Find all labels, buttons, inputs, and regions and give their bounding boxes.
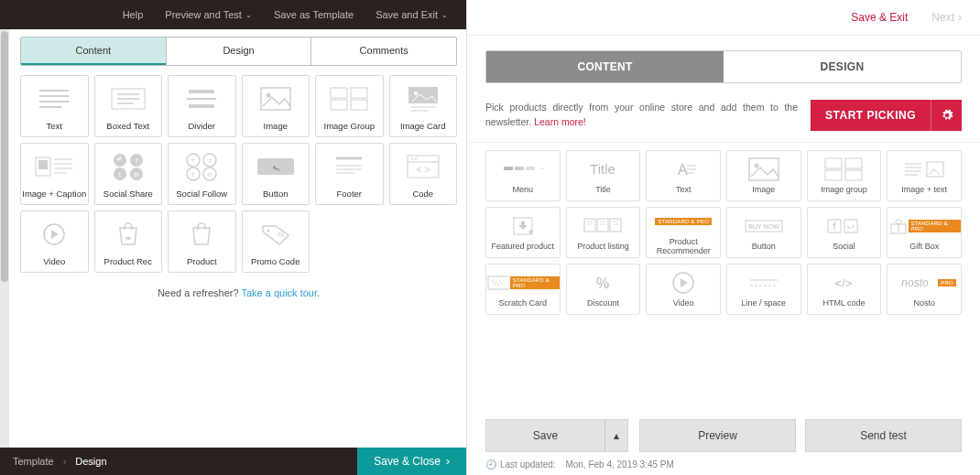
- block-label: Image: [752, 185, 775, 194]
- tile-label: Text: [47, 121, 62, 131]
- block-product-recommender[interactable]: STANDARD & PROProduct Recommender: [646, 207, 721, 258]
- topbar-help[interactable]: Help: [123, 9, 144, 20]
- svg-rect-65: [749, 158, 779, 180]
- chevron-right-icon: ›: [958, 11, 962, 24]
- tab-design[interactable]: DESIGN: [724, 51, 961, 82]
- svg-text:f: f: [209, 157, 212, 165]
- save-dropdown-button[interactable]: ▴: [604, 419, 628, 452]
- block-menu[interactable]: ···Menu: [485, 150, 561, 201]
- block-image[interactable]: Image: [726, 150, 801, 201]
- tab-content[interactable]: Content: [21, 38, 166, 65]
- block-label: Video: [673, 298, 694, 308]
- svg-text:nosto: nosto: [902, 276, 930, 289]
- featured-icon: ★: [486, 214, 560, 238]
- tile-divider[interactable]: Divider: [168, 75, 236, 137]
- svg-rect-78: [584, 219, 595, 232]
- right-footer: Save ▴ Preview Send test 🕘 Last updated:…: [467, 410, 980, 475]
- tile-social-follow[interactable]: +ftinSocial Follow: [168, 143, 236, 205]
- block-image-text[interactable]: Image + text: [887, 150, 962, 201]
- block-social[interactable]: fSocial: [807, 207, 882, 258]
- promo-icon: %: [255, 218, 297, 251]
- svg-rect-88: [488, 276, 510, 289]
- block-nosto[interactable]: nostoPRONosto: [887, 264, 962, 315]
- svg-text:A: A: [678, 162, 688, 178]
- recommender-icon: STANDARD & PRO: [647, 210, 720, 233]
- save-exit-link[interactable]: Save & Exit: [851, 11, 908, 24]
- block-gift-box[interactable]: STANDARD & PROGift Box: [887, 207, 962, 258]
- tab-content[interactable]: CONTENT: [486, 51, 724, 82]
- tile-promo-code[interactable]: %Promo Code: [242, 211, 310, 273]
- send-test-button[interactable]: Send test: [805, 419, 962, 452]
- code-icon: < >: [402, 150, 444, 183]
- svg-text:%: %: [278, 231, 284, 239]
- tile-code[interactable]: < >Code: [389, 143, 458, 205]
- block-video[interactable]: Video: [646, 264, 721, 315]
- tile-image[interactable]: Image: [242, 75, 310, 137]
- svg-text:+: +: [191, 156, 196, 165]
- tile-product[interactable]: Product: [168, 211, 236, 273]
- button-icon: [255, 150, 297, 183]
- svg-text:</>: </>: [835, 276, 853, 290]
- tab-design[interactable]: Design: [166, 38, 311, 65]
- svg-rect-11: [261, 88, 290, 110]
- social-follow-icon: +ftin: [180, 150, 223, 183]
- tile-label: Footer: [337, 189, 362, 199]
- topbar-save-and-exit[interactable]: Save and Exit⌄: [376, 9, 448, 20]
- image-card-icon: [402, 82, 444, 115]
- topbar-preview-and-test[interactable]: Preview and Test⌄: [165, 9, 252, 20]
- block-text[interactable]: AText: [646, 150, 721, 201]
- left-tabs: ContentDesignComments: [20, 37, 457, 66]
- tile-video[interactable]: Video: [20, 211, 89, 273]
- svg-text:Title: Title: [591, 161, 616, 177]
- refresher-text: Need a refresher? Take a quick tour.: [20, 287, 457, 298]
- tile-image-group[interactable]: Image Group: [315, 75, 384, 137]
- left-app: HelpPreview and Test⌄Save as TemplateSav…: [0, 0, 467, 475]
- tile-label: Promo Code: [251, 256, 299, 266]
- block-title[interactable]: TitleTitle: [566, 150, 641, 201]
- block-label: Button: [752, 242, 776, 251]
- block-button[interactable]: BUY NOWButton: [726, 207, 801, 258]
- topbar-save-as-template[interactable]: Save as Template: [274, 9, 354, 20]
- svg-rect-15: [331, 100, 347, 110]
- right-header: Save & Exit Next›: [467, 0, 980, 36]
- tile-text[interactable]: Text: [20, 75, 89, 137]
- tile-label: Code: [412, 189, 433, 199]
- quick-tour-link[interactable]: Take a quick tour: [241, 287, 317, 298]
- block-featured-product[interactable]: ★Featured product: [485, 207, 561, 258]
- learn-more-link[interactable]: Learn more!: [534, 116, 586, 127]
- tile-image-caption[interactable]: Image + Caption: [20, 143, 89, 205]
- block-label: Image + text: [901, 185, 947, 194]
- picker-description: Pick products directly from your online …: [485, 101, 798, 130]
- tile-social-share[interactable]: ftinSocial Share: [94, 143, 163, 205]
- breadcrumb-root[interactable]: Template: [13, 456, 54, 467]
- left-footer: Template › Design Save & Close›: [0, 448, 466, 475]
- block-product-listing[interactable]: Product listing: [566, 207, 641, 258]
- tile-label: Image Card: [400, 121, 446, 131]
- block-discount[interactable]: %Discount: [566, 264, 641, 315]
- svg-rect-42: [257, 158, 294, 175]
- tile-boxed-text[interactable]: Boxed Text: [94, 75, 163, 137]
- block-image-group[interactable]: Image group: [807, 150, 882, 201]
- save-close-button[interactable]: Save & Close›: [357, 448, 466, 475]
- tile-label: Image + Caption: [22, 189, 86, 199]
- tile-image-card[interactable]: Image Card: [389, 75, 458, 137]
- block-label: Discount: [587, 298, 619, 308]
- last-updated: 🕘 Last updated: Mon, Feb 4, 2019 3:45 PM: [485, 459, 962, 470]
- preview-button[interactable]: Preview: [639, 419, 796, 452]
- settings-button[interactable]: [931, 100, 962, 131]
- block-label: Text: [676, 185, 691, 194]
- scrollbar[interactable]: [0, 29, 9, 448]
- block-html-code[interactable]: </>HTML code: [807, 264, 882, 315]
- tile-footer[interactable]: Footer: [315, 143, 384, 205]
- save-button[interactable]: Save: [485, 419, 604, 452]
- start-picking-button[interactable]: START PICKING: [811, 100, 931, 131]
- block-scratch-card[interactable]: STANDARD & PROScratch Card: [485, 264, 561, 315]
- svg-rect-16: [351, 100, 367, 110]
- svg-marker-91: [681, 278, 688, 287]
- tile-button[interactable]: Button: [242, 143, 310, 205]
- tile-label: Social Follow: [176, 189, 227, 199]
- social-icon: f: [808, 214, 881, 238]
- tile-product-rec[interactable]: Product Rec: [94, 211, 163, 273]
- tab-comments[interactable]: Comments: [310, 38, 456, 65]
- block-line-space[interactable]: Line / space: [726, 264, 801, 315]
